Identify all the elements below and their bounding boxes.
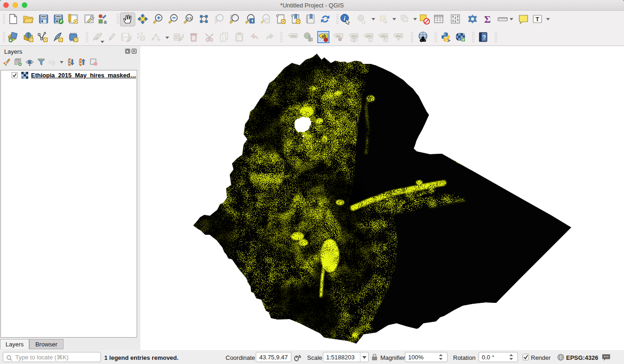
svg-text:1:1: 1:1 xyxy=(187,16,192,20)
svg-text:abc: abc xyxy=(291,34,297,38)
svg-text:abc: abc xyxy=(352,34,358,38)
svg-text:ab: ab xyxy=(336,34,340,38)
svg-text:?: ? xyxy=(483,34,486,41)
svg-text:abc: abc xyxy=(381,34,387,38)
svg-text:a: a xyxy=(104,19,107,25)
svg-text:Σ: Σ xyxy=(484,13,491,25)
svg-text:T: T xyxy=(536,16,539,23)
svg-text:abc: abc xyxy=(366,34,372,38)
svg-text:ε: ε xyxy=(49,58,51,65)
